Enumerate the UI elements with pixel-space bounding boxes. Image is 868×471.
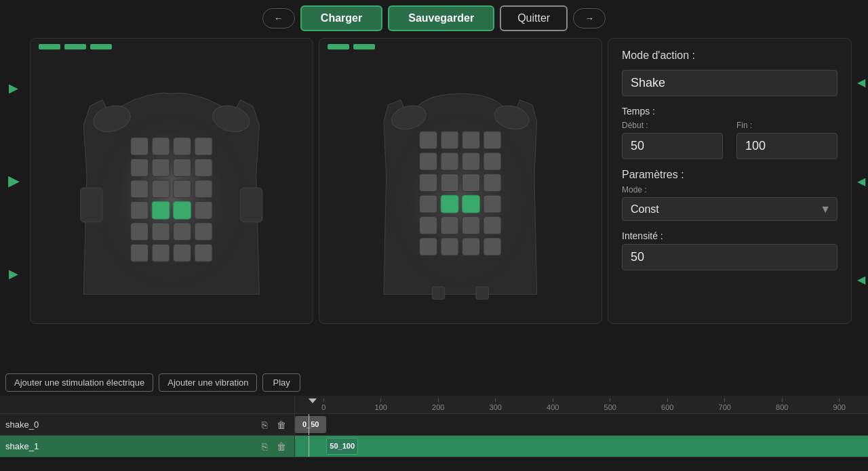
cell-front-2-3[interactable]	[195, 180, 212, 198]
row-copy-icon-shake_0[interactable]: ⎘	[259, 418, 270, 432]
cell-front-0-3[interactable]	[195, 138, 212, 155]
debut-input[interactable]	[622, 133, 723, 159]
cell-back-0-0[interactable]	[420, 131, 437, 149]
cell-back-4-3[interactable]	[484, 217, 501, 234]
left-arrow-bottom[interactable]: ▶	[9, 266, 18, 281]
cell-back-0-1[interactable]	[441, 131, 458, 149]
timeline-track-shake_0[interactable]: 0_50	[295, 414, 868, 435]
ruler-mark-300: 300	[467, 398, 525, 411]
right-arrow-top[interactable]: ◀	[857, 76, 865, 89]
mode-select[interactable]: Const Linear Random	[622, 197, 837, 221]
cell-back-5-2[interactable]	[462, 238, 480, 255]
cell-front-5-0[interactable]	[131, 244, 149, 262]
intensite-input[interactable]	[622, 244, 837, 270]
track-block-0_50[interactable]: 0_50	[295, 416, 326, 433]
row-icons-shake_0: ⎘ 🗑	[259, 418, 289, 432]
cell-front-0-1[interactable]	[152, 138, 170, 155]
front-indicator-bar	[31, 39, 120, 52]
cell-front-3-3[interactable]	[195, 201, 212, 219]
cell-back-3-2[interactable]	[462, 195, 480, 213]
quitter-button[interactable]: Quitter	[500, 5, 568, 31]
cell-front-2-2[interactable]	[174, 180, 191, 198]
cell-front-4-0[interactable]	[131, 223, 149, 241]
nav-right-button[interactable]: →	[573, 8, 606, 28]
cell-front-5-2[interactable]	[174, 244, 191, 262]
ruler-mark-500: 500	[582, 398, 639, 411]
fin-input[interactable]	[736, 133, 837, 159]
cell-back-4-0[interactable]	[420, 217, 437, 234]
cell-front-1-2[interactable]	[174, 159, 191, 176]
sauvegarder-button[interactable]: Sauvegarder	[388, 5, 494, 31]
cell-front-1-1[interactable]	[152, 159, 170, 176]
row-copy-icon-shake_1[interactable]: ⎘	[259, 440, 270, 453]
cell-front-5-1[interactable]	[152, 244, 170, 262]
front-vest-container	[31, 52, 313, 323]
cell-front-0-0[interactable]	[131, 138, 149, 155]
row-delete-icon-shake_1[interactable]: 🗑	[274, 440, 289, 453]
ruler-mark-600: 600	[639, 398, 696, 411]
svg-point-5	[102, 106, 241, 270]
cell-front-1-0[interactable]	[131, 159, 149, 176]
cell-back-2-0[interactable]	[420, 174, 437, 192]
debut-group: Début :	[622, 121, 723, 159]
cell-front-2-0[interactable]	[131, 180, 149, 198]
temps-title: Temps :	[622, 106, 837, 117]
cell-back-1-2[interactable]	[462, 152, 480, 170]
playhead-shake_0	[309, 414, 309, 435]
play-button[interactable]: Play	[262, 373, 300, 392]
ruler-spacer	[0, 396, 295, 414]
playhead-shake_1	[309, 436, 309, 457]
bottom-area: Ajouter une stimulation électrique Ajout…	[0, 369, 868, 471]
cell-back-1-0[interactable]	[420, 152, 437, 170]
cell-front-4-3[interactable]	[195, 223, 212, 241]
add-electric-button[interactable]: Ajouter une stimulation électrique	[5, 373, 153, 392]
intensite-label: Intensité :	[622, 230, 837, 241]
front-dash-2	[64, 44, 86, 49]
cell-front-0-2[interactable]	[174, 138, 191, 155]
cell-back-2-1[interactable]	[441, 174, 458, 192]
cell-front-2-1[interactable]	[152, 180, 170, 198]
nav-left-button[interactable]: ←	[262, 8, 295, 28]
cell-back-4-1[interactable]	[441, 217, 458, 234]
mode-select-wrapper: Const Linear Random ▼	[622, 197, 837, 221]
cell-back-4-2[interactable]	[462, 217, 480, 234]
track-rows: shake_0 ⎘ 🗑 0_50 shake_1 ⎘ 🗑 50_100	[0, 414, 868, 457]
timeline-row-shake_1: shake_1 ⎘ 🗑 50_100	[0, 436, 868, 457]
left-arrow-middle[interactable]: ▶	[8, 172, 20, 190]
cell-back-1-3[interactable]	[484, 152, 501, 170]
ruler-mark-900: 900	[811, 398, 869, 411]
cell-back-3-3[interactable]	[484, 195, 501, 213]
cell-back-5-3[interactable]	[484, 238, 501, 255]
track-block-50_100[interactable]: 50_100	[326, 438, 357, 455]
back-vest-svg	[340, 62, 580, 313]
cell-front-3-0[interactable]	[131, 201, 149, 219]
charger-button[interactable]: Charger	[300, 5, 382, 31]
cell-front-4-2[interactable]	[174, 223, 191, 241]
cell-back-2-2[interactable]	[462, 174, 480, 192]
cell-back-3-1[interactable]	[441, 195, 458, 213]
front-vest-svg	[52, 62, 292, 313]
debut-label: Début :	[622, 121, 723, 130]
timeline-track-shake_1[interactable]: 50_100	[295, 436, 868, 457]
cell-back-2-3[interactable]	[484, 174, 501, 192]
right-arrow-middle[interactable]: ◀	[857, 175, 865, 188]
cell-back-0-2[interactable]	[462, 131, 480, 149]
cell-back-5-1[interactable]	[441, 238, 458, 255]
back-dash-1	[328, 44, 349, 49]
row-icons-shake_1: ⎘ 🗑	[259, 440, 289, 453]
cell-front-3-2[interactable]	[174, 201, 191, 219]
add-vibration-button[interactable]: Ajouter une vibration	[159, 373, 257, 392]
cell-front-4-1[interactable]	[152, 223, 170, 241]
cell-front-1-3[interactable]	[195, 159, 212, 176]
cell-front-5-3[interactable]	[195, 244, 212, 262]
cell-back-1-1[interactable]	[441, 152, 458, 170]
cell-front-3-1[interactable]	[152, 201, 170, 219]
cell-back-3-0[interactable]	[420, 195, 437, 213]
right-arrow-bottom[interactable]: ◀	[857, 273, 865, 286]
cell-back-0-3[interactable]	[484, 131, 501, 149]
row-delete-icon-shake_0[interactable]: 🗑	[274, 418, 289, 432]
main-area: ▶ ▶ ▶	[0, 35, 868, 327]
left-arrow-top[interactable]: ▶	[9, 81, 18, 96]
right-panel: Mode d'action : Shake Temps : Début : Fi…	[608, 38, 852, 324]
cell-back-5-0[interactable]	[420, 238, 437, 255]
